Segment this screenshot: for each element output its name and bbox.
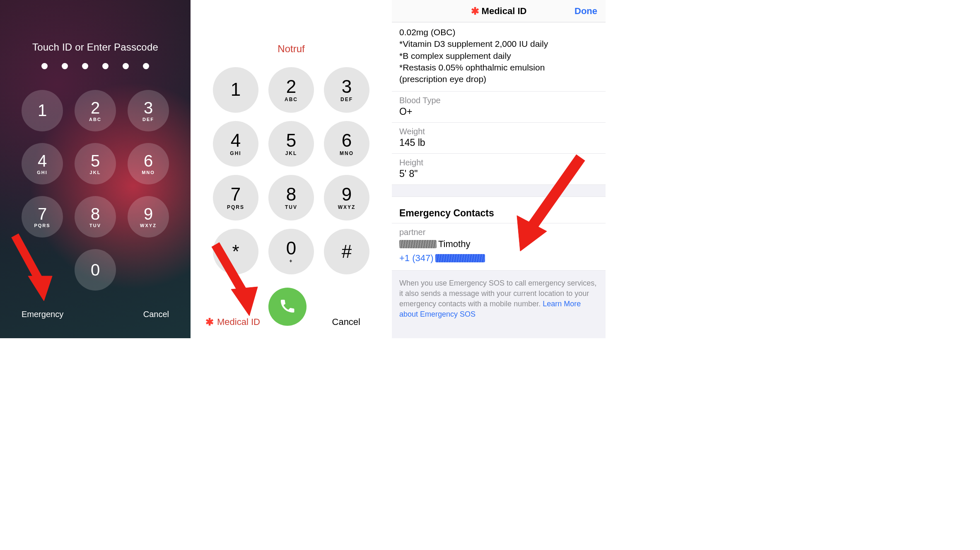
height-row: Height 5' 8" — [392, 154, 606, 185]
weight-row: Weight 145 lb — [392, 123, 606, 154]
page-title: ✱ Medical ID — [471, 6, 527, 17]
cancel-button[interactable]: Cancel — [332, 317, 360, 327]
medical-id-header: ✱ Medical ID Done — [392, 0, 606, 22]
weight-label: Weight — [399, 127, 598, 136]
contact-name: Timothy — [399, 239, 598, 250]
passcode-dot — [143, 63, 149, 69]
asterisk-icon: ✱ — [205, 317, 214, 327]
keypad-key-7[interactable]: 7PQRS — [22, 196, 63, 237]
medical-id-button[interactable]: ✱ Medical ID — [205, 317, 260, 327]
asterisk-icon: ✱ — [471, 6, 479, 16]
keypad-key-3[interactable]: 3DEF — [128, 90, 169, 131]
keypad-key-0[interactable]: 0 — [75, 249, 116, 291]
phone-icon — [279, 297, 296, 316]
blood-type-row: Blood Type O+ — [392, 92, 606, 123]
dial-key-star[interactable]: * — [213, 229, 258, 274]
dial-key-hash[interactable]: # — [324, 229, 369, 274]
medical-notes: 0.02mg (OBC) *Vitamin D3 supplement 2,00… — [392, 22, 606, 92]
passcode-dots — [41, 63, 149, 69]
emergency-button[interactable]: Emergency — [22, 310, 63, 319]
medical-id-label: Medical ID — [217, 317, 260, 327]
redacted-phone-icon — [435, 254, 485, 262]
dial-key-8[interactable]: 8TUV — [268, 175, 314, 220]
keypad-key-2[interactable]: 2ABC — [75, 90, 116, 131]
passcode-dot — [102, 63, 109, 69]
blood-type-value: O+ — [399, 106, 598, 117]
dial-key-5[interactable]: 5JKL — [268, 121, 314, 167]
dial-key-6[interactable]: 6MNO — [324, 121, 369, 167]
dialpad-keypad: 1 2ABC 3DEF 4GHI 5JKL 6MNO 7PQRS 8TUV 9W… — [213, 67, 369, 328]
section-gap — [392, 185, 606, 196]
height-label: Height — [399, 158, 598, 167]
keypad-key-5[interactable]: 5JKL — [75, 143, 116, 184]
emergency-contacts-header: Emergency Contacts — [392, 196, 606, 223]
dial-key-1[interactable]: 1 — [213, 67, 258, 113]
dial-key-2[interactable]: 2ABC — [268, 67, 314, 113]
contact-relation: partner — [399, 228, 598, 237]
passcode-dot — [82, 63, 88, 69]
medical-id-body[interactable]: 0.02mg (OBC) *Vitamin D3 supplement 2,00… — [392, 22, 606, 338]
sos-info-text: When you use Emergency SOS to call emerg… — [392, 271, 606, 332]
passcode-prompt: Touch ID or Enter Passcode — [32, 41, 158, 53]
dial-key-4[interactable]: 4GHI — [213, 121, 258, 167]
keypad-key-6[interactable]: 6MNO — [128, 143, 169, 184]
blood-type-label: Blood Type — [399, 96, 598, 105]
keypad-key-9[interactable]: 9WXYZ — [128, 196, 169, 237]
emergency-call-title: Notruf — [278, 43, 304, 55]
lockscreen-panel: Touch ID or Enter Passcode 1 2ABC 3DEF 4… — [0, 0, 191, 338]
height-value: 5' 8" — [399, 168, 598, 179]
dialpad-footer: ✱ Medical ID Cancel — [191, 317, 392, 327]
passcode-dot — [123, 63, 129, 69]
keypad-key-8[interactable]: 8TUV — [75, 196, 116, 237]
lockscreen-footer: Emergency Cancel — [0, 310, 191, 319]
dial-key-9[interactable]: 9WXYZ — [324, 175, 369, 220]
passcode-dot — [62, 63, 68, 69]
dial-key-3[interactable]: 3DEF — [324, 67, 369, 113]
keypad-key-4[interactable]: 4GHI — [22, 143, 63, 184]
emergency-dialpad-panel: Notruf 1 2ABC 3DEF 4GHI 5JKL 6MNO 7PQRS … — [191, 0, 392, 338]
redacted-name-icon — [399, 240, 437, 248]
contact-phone[interactable]: +1 (347) — [399, 253, 598, 264]
lockscreen-keypad: 1 2ABC 3DEF 4GHI 5JKL 6MNO 7PQRS 8TUV 9W… — [22, 90, 169, 291]
keypad-key-1[interactable]: 1 — [22, 90, 63, 131]
medical-id-panel: ✱ Medical ID Done 0.02mg (OBC) *Vitamin … — [392, 0, 606, 338]
cancel-button[interactable]: Cancel — [143, 310, 169, 319]
passcode-dot — [41, 63, 48, 69]
emergency-contact-row[interactable]: partner Timothy +1 (347) — [392, 223, 606, 271]
done-button[interactable]: Done — [574, 6, 597, 17]
dial-key-7[interactable]: 7PQRS — [213, 175, 258, 220]
weight-value: 145 lb — [399, 137, 598, 148]
dial-key-0[interactable]: 0+ — [268, 229, 314, 274]
